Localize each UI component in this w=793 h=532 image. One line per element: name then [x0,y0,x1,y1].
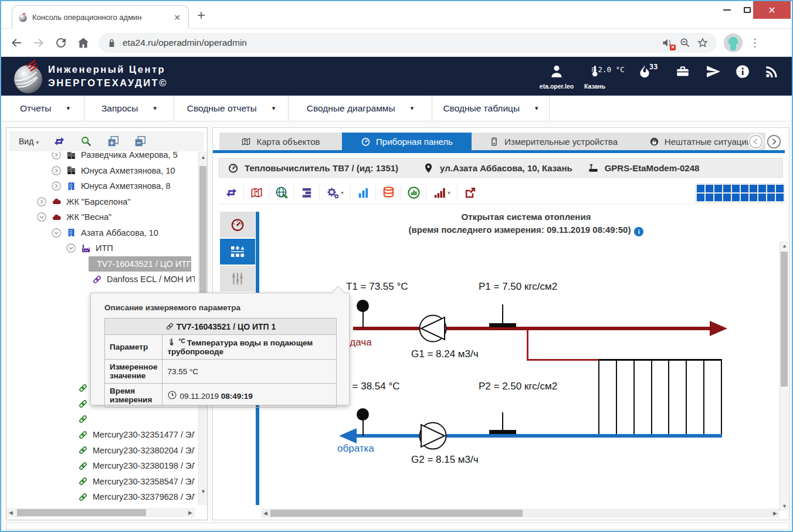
page-block[interactable] [750,194,757,201]
new-tab-button[interactable]: + [197,8,205,22]
page-block[interactable] [776,194,784,201]
tree-item[interactable]: Mercury230-32379628 / ЭЛ [78,489,195,504]
tree-item[interactable] [78,505,93,506]
tree-item[interactable]: Mercury230-32358547 / ЭЛ [78,474,195,489]
browser-tab[interactable]: Консоль операционного админ ✕ [12,5,189,29]
tree-item[interactable]: ЖК "Барселона" [36,194,130,209]
collapse-arrow-icon[interactable] [51,165,62,176]
page-block[interactable] [714,194,722,201]
back-icon[interactable] [9,36,23,50]
tree-item[interactable]: Юнуса Ахметзянова, 8 [51,178,171,194]
scroll-down-icon[interactable]: ▼ [782,503,787,509]
scheme-hscroll-thumb[interactable] [270,510,523,517]
scheme-vscroll-thumb[interactable] [781,252,788,387]
signal-button[interactable]: ▾ [426,184,457,202]
tree-search-icon[interactable] [80,135,93,148]
scheme-vertical-scrollbar[interactable]: ▲ ▼ [780,241,788,511]
export-button[interactable] [458,184,482,202]
browser-menu-icon[interactable]: ⋮ [750,36,760,49]
tab-2[interactable]: Приборная панель [342,133,472,150]
address-bar[interactable]: eta24.ru/operadmin/operadmin ✕ [99,33,717,53]
browser-profile-avatar[interactable] [724,33,743,52]
tree-item[interactable]: Danfoss ECL / МОН ИТП 1 [92,272,195,287]
collapse-arrow-icon[interactable] [51,181,62,191]
tab-4[interactable]: Нештатные ситуации [635,133,765,150]
page-block[interactable] [750,185,757,192]
rss-button[interactable] [753,64,791,82]
collapse-all-icon[interactable] [134,135,147,148]
chart-circle-button[interactable] [401,184,426,202]
page-block[interactable] [697,194,704,201]
url-text[interactable]: eta24.ru/operadmin/operadmin [123,38,656,48]
scheme-info-icon[interactable]: i [634,227,643,236]
tree-item[interactable]: Mercury230-32351477 / ЭЛ [78,427,195,442]
flow-meter-g2[interactable] [418,421,448,450]
tab-close-icon[interactable]: ✕ [172,13,182,22]
home-icon[interactable] [76,36,90,50]
expand-all-icon[interactable] [107,135,120,148]
page-block[interactable] [714,185,722,192]
page-block[interactable] [767,194,775,201]
tree-item[interactable]: TV7-16043521 / ЦО ИТП 1 [89,256,191,272]
page-block[interactable] [758,185,766,192]
t1-sensor[interactable] [357,300,369,312]
menu-item-3[interactable]: Сводные отчеты▾ [174,96,289,121]
tree-item[interactable]: Разведчика Ахмерова, 5 [51,152,178,162]
zoom-out-icon[interactable] [679,37,691,49]
user-account[interactable]: eta.oper.leo [538,64,575,90]
settings-button[interactable]: ▾ [320,184,350,202]
gauges-view-button[interactable] [220,212,255,238]
tree-hscroll-thumb[interactable] [17,509,146,516]
bar-chart-button[interactable] [351,184,375,202]
page-block[interactable] [706,194,713,201]
page-block[interactable] [706,185,713,192]
page-block[interactable] [732,185,740,192]
scroll-right-icon[interactable]: ▶ [773,510,777,516]
scroll-left-icon[interactable]: ◀ [9,510,13,516]
tree-item[interactable] [78,412,93,427]
page-block[interactable] [741,194,748,201]
tab-3[interactable]: Измерительные устройства [472,133,635,150]
sync-button[interactable] [219,184,243,202]
collapse-arrow-icon[interactable] [36,196,47,207]
scroll-left-icon[interactable]: ◀ [263,510,267,516]
flow-meter-g1[interactable] [418,314,448,343]
page-block[interactable] [741,185,748,192]
window-close-button[interactable]: ✕ [753,1,791,19]
view-dropdown[interactable]: Вид ▾ [19,137,39,146]
p1-sensor[interactable] [489,323,516,327]
scroll-up-icon[interactable]: ▲ [201,154,206,160]
tree-item[interactable]: Азата Аббасова, 10 [51,225,158,240]
sound-muted-icon[interactable]: ✕ [662,37,673,49]
page-block[interactable] [767,185,775,192]
expand-arrow-icon[interactable] [51,228,62,238]
menu-item-5[interactable]: Сводные таблицы▾ [432,96,550,121]
collapse-arrow-icon[interactable] [51,152,62,160]
page-block[interactable] [776,185,784,192]
expand-arrow-icon[interactable] [36,212,47,222]
tree-item[interactable]: Mercury230-32380204 / ЭЛ [78,443,195,458]
tree-item[interactable]: Юнуса Ахметзянова, 10 [51,163,175,178]
tree-refresh-icon[interactable] [53,135,66,148]
tree-item[interactable]: ИТП [66,240,113,256]
p2-sensor[interactable] [489,430,516,434]
page-block[interactable] [732,194,740,201]
page-block[interactable] [723,194,731,201]
map-button[interactable] [244,184,269,202]
tab-1[interactable]: Карта объектов [219,133,342,150]
globe-settings-button[interactable] [269,184,294,202]
scroll-down-icon[interactable]: ▼ [201,489,206,494]
expand-arrow-icon[interactable] [66,243,76,253]
scheme-horizontal-scrollbar[interactable]: ◀ ▶ [261,509,780,518]
scroll-up-icon[interactable]: ▲ [782,243,787,249]
forward-icon[interactable] [32,36,46,50]
bookmark-star-icon[interactable] [697,37,709,49]
database-button[interactable] [376,184,401,202]
menu-item-2[interactable]: Запросы▾ [84,96,174,121]
page-block[interactable] [758,194,766,201]
menu-item-4[interactable]: Сводные диаграммы▾ [289,96,432,121]
reload-icon[interactable] [54,36,68,50]
tree-item[interactable]: Mercury230-32380198 / ЭЛ [78,458,195,473]
page-block[interactable] [697,185,704,192]
tree-item[interactable]: ЖК "Весна" [36,209,111,225]
